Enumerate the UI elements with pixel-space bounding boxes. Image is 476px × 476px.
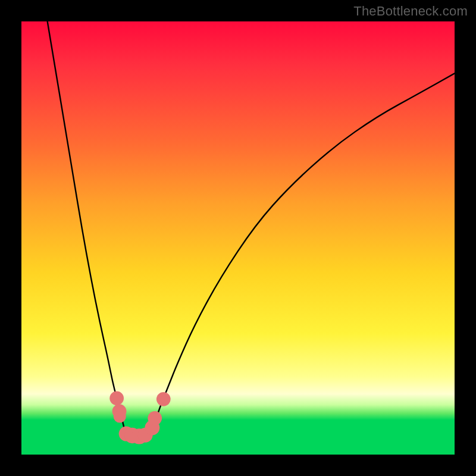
highlight-dot	[156, 392, 171, 406]
chart-frame: TheBottleneck.com	[0, 0, 476, 476]
bottleneck-curves	[48, 21, 455, 433]
curve-layer	[21, 21, 455, 455]
highlight-dot	[148, 411, 162, 425]
highlight-dots	[109, 392, 170, 444]
highlight-dot	[114, 410, 126, 422]
curve-left-branch	[48, 21, 126, 433]
highlight-dot	[109, 392, 124, 406]
plot-area	[21, 21, 455, 455]
watermark-text: TheBottleneck.com	[353, 4, 468, 19]
curve-right-branch	[151, 73, 455, 433]
